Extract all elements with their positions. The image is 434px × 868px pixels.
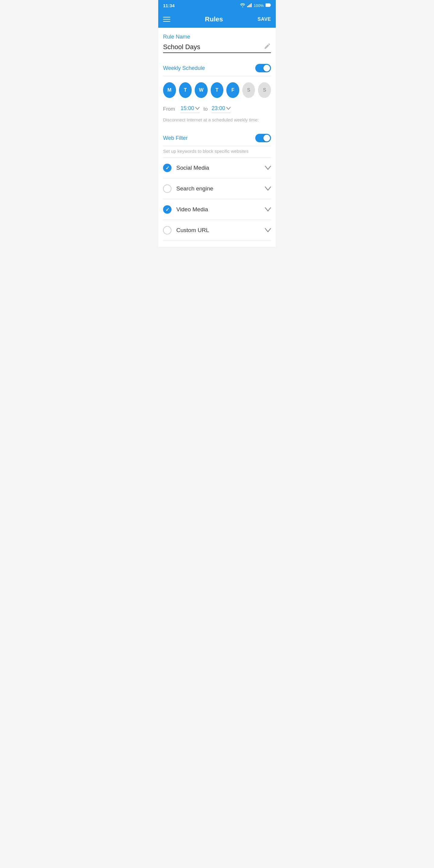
svg-rect-5 <box>266 4 270 7</box>
from-time-select[interactable]: 15:00 <box>181 105 199 113</box>
web-filter-section: Web Filter Set up keywords to block spec… <box>163 128 271 241</box>
video-media-checkbox[interactable] <box>163 205 172 214</box>
to-time-select[interactable]: 23:00 <box>212 105 230 113</box>
app-bar-title: Rules <box>170 16 258 23</box>
app-bar: Rules SAVE <box>158 11 276 28</box>
svg-point-0 <box>242 6 243 7</box>
filter-item-search-engine[interactable]: Search engine <box>163 179 271 199</box>
filter-item-social-media[interactable]: Social Media <box>163 158 271 179</box>
wifi-icon <box>240 3 245 8</box>
svg-rect-6 <box>270 4 271 6</box>
status-icons: 100% <box>240 3 271 8</box>
video-media-expand-icon[interactable] <box>265 206 271 213</box>
weekly-schedule-toggle[interactable] <box>255 64 271 72</box>
day-tuesday[interactable]: T <box>179 82 192 98</box>
battery-percentage: 100% <box>254 3 264 8</box>
from-time-value: 15:00 <box>181 105 194 112</box>
status-bar: 11:34 100% <box>158 0 276 11</box>
custom-url-expand-icon[interactable] <box>265 227 271 234</box>
signal-icon <box>247 3 252 8</box>
save-button[interactable]: SAVE <box>258 17 271 22</box>
svg-rect-3 <box>250 4 250 7</box>
svg-rect-2 <box>248 5 249 7</box>
schedule-description: Disconnect Internet at a scheduled weekl… <box>163 117 271 128</box>
filter-item-video-media[interactable]: Video Media <box>163 199 271 220</box>
to-time-chevron <box>226 106 230 111</box>
social-media-checkbox[interactable] <box>163 164 172 172</box>
social-media-label: Social Media <box>176 164 209 171</box>
to-time-value: 23:00 <box>212 105 225 112</box>
from-time-chevron <box>195 106 199 111</box>
search-engine-expand-icon[interactable] <box>265 185 271 192</box>
menu-icon[interactable] <box>163 17 170 22</box>
search-engine-label: Search engine <box>176 185 213 192</box>
filter-item-custom-url[interactable]: Custom URL <box>163 220 271 241</box>
edit-icon[interactable] <box>264 42 271 51</box>
day-thursday[interactable]: T <box>211 82 224 98</box>
rule-name-label: Rule Name <box>163 34 271 40</box>
web-filter-row: Web Filter <box>163 130 271 146</box>
rule-name-section: Rule Name <box>163 34 271 53</box>
custom-url-checkbox[interactable] <box>163 226 172 235</box>
custom-url-label: Custom URL <box>176 227 209 234</box>
svg-rect-1 <box>247 6 248 7</box>
weekly-schedule-section: Weekly Schedule <box>163 60 271 76</box>
to-label: to <box>202 106 209 112</box>
from-label: From <box>163 106 178 112</box>
rule-name-row <box>163 42 271 53</box>
status-time: 11:34 <box>163 3 175 8</box>
web-filter-description: Set up keywords to block specific websit… <box>163 146 271 158</box>
search-engine-checkbox[interactable] <box>163 184 172 193</box>
main-content: Rule Name Weekly Schedule M T W T F S S … <box>158 28 276 247</box>
days-row: M T W T F S S <box>163 76 271 103</box>
time-row: From 15:00 to 23:00 <box>163 103 271 117</box>
battery-icon <box>266 3 271 8</box>
svg-rect-4 <box>251 3 252 7</box>
day-saturday[interactable]: S <box>242 82 255 98</box>
day-wednesday[interactable]: W <box>195 82 208 98</box>
rule-name-input[interactable] <box>163 43 264 51</box>
web-filter-label: Web Filter <box>163 135 188 141</box>
weekly-schedule-label: Weekly Schedule <box>163 65 205 71</box>
social-media-expand-icon[interactable] <box>265 164 271 172</box>
web-filter-toggle[interactable] <box>255 134 271 142</box>
day-friday[interactable]: F <box>226 82 239 98</box>
day-monday[interactable]: M <box>163 82 176 98</box>
day-sunday[interactable]: S <box>258 82 271 98</box>
video-media-label: Video Media <box>176 206 208 213</box>
